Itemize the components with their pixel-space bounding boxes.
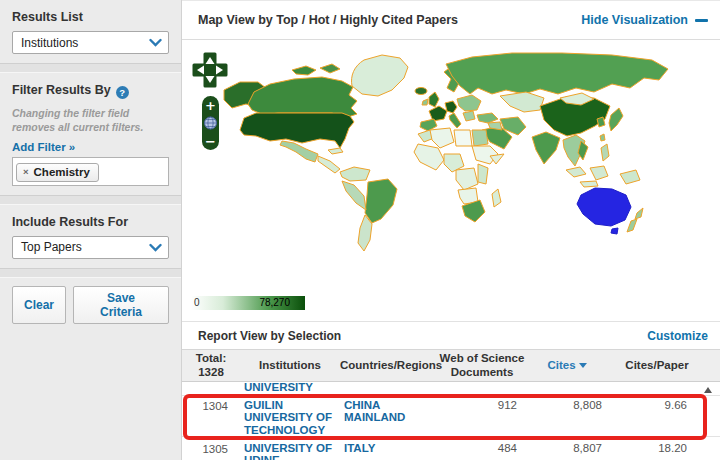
- cites-cell: 8,808: [517, 399, 602, 411]
- legend-max-value: 78,270: [259, 297, 290, 308]
- table-row-1304[interactable]: 1304 GUILIN UNIVERSITY OF TECHNOLOGY CHI…: [182, 396, 720, 437]
- globe-icon[interactable]: [205, 117, 217, 129]
- chevron-down-icon: [149, 38, 162, 47]
- chevron-down-icon: [149, 243, 162, 252]
- sidebar-divider: [0, 63, 181, 73]
- sidebar-divider: [0, 195, 181, 205]
- main-panel: Map View by Top / Hot / Highly Cited Pap…: [182, 0, 720, 460]
- cites-cell: 8,807: [517, 442, 602, 454]
- pan-dpad-icon[interactable]: [194, 54, 226, 86]
- clear-button[interactable]: Clear: [12, 286, 66, 324]
- scrollbar-up-arrow[interactable]: [704, 387, 712, 393]
- sort-descending-icon: [579, 363, 587, 368]
- filter-results-label: Filter Results By?: [0, 73, 181, 106]
- world-choropleth-map[interactable]: [182, 42, 720, 292]
- filter-tag-chemistry[interactable]: × Chemistry: [16, 163, 99, 182]
- save-criteria-button[interactable]: Save Criteria: [73, 286, 169, 324]
- institution-link[interactable]: UNIVERSITY OF UDINE: [244, 442, 336, 460]
- institution-link[interactable]: GUILIN UNIVERSITY OF TECHNOLOGY: [244, 399, 336, 436]
- collapse-minus-icon: [695, 19, 708, 22]
- documents-cell: 484: [436, 442, 517, 454]
- institution-link[interactable]: UNIVERSITY: [244, 382, 336, 395]
- filter-tags-container: × Chemistry: [12, 157, 169, 186]
- documents-cell: 912: [436, 399, 517, 411]
- country-link[interactable]: CHINA MAINLAND: [344, 399, 436, 424]
- report-header: Report View by Selection Customize: [182, 321, 720, 349]
- country-australia-selected[interactable]: [577, 188, 631, 234]
- results-list-dropdown[interactable]: Institutions: [12, 31, 169, 54]
- legend-min-value: 0: [194, 297, 200, 308]
- esi-map-view-page: Results List Institutions Filter Results…: [0, 0, 720, 460]
- map-color-scale: 0 78,270: [191, 296, 305, 310]
- map-area: + − 0 78,270: [182, 40, 720, 321]
- column-cites-per-paper: Cites/Paper: [607, 359, 707, 373]
- remove-filter-icon[interactable]: ×: [23, 166, 29, 177]
- zoom-in-icon: +: [205, 98, 216, 113]
- rank-cell: 1305: [182, 442, 228, 455]
- map-zoom-controls[interactable]: + −: [190, 52, 232, 170]
- cites-per-paper-cell: 9.66: [602, 399, 687, 411]
- hide-visualization-link[interactable]: Hide Visualization: [581, 13, 708, 27]
- country-link[interactable]: ITALY: [344, 442, 436, 454]
- sidebar-divider: [0, 268, 181, 278]
- results-table-header: Total: 1328 Institutions Countries/Regio…: [182, 349, 720, 382]
- sidebar-buttons: Clear Save Criteria: [0, 278, 181, 332]
- filters-sidebar: Results List Institutions Filter Results…: [0, 0, 182, 460]
- include-results-selected: Top Papers: [21, 240, 82, 254]
- table-row-1305[interactable]: 1305 UNIVERSITY OF UDINE ITALY 484 8,807…: [182, 437, 720, 460]
- filter-note: Changing the filter field removes all cu…: [0, 106, 181, 137]
- rank-cell: 1304: [182, 399, 228, 412]
- results-list-selected: Institutions: [21, 36, 78, 50]
- zoom-out-icon: −: [205, 134, 216, 149]
- include-results-dropdown[interactable]: Top Papers: [12, 236, 169, 259]
- column-countries-regions: Countries/Regions: [340, 359, 437, 373]
- cites-per-paper-cell: 18.20: [602, 442, 687, 454]
- column-cites-sortable[interactable]: Cites: [527, 359, 607, 373]
- map-header: Map View by Top / Hot / Highly Cited Pap…: [182, 0, 720, 40]
- column-institutions: Institutions: [240, 359, 340, 373]
- column-wos-documents: Web of Science Documents: [437, 352, 527, 380]
- include-results-label: Include Results For: [0, 205, 181, 236]
- map-view-title: Map View by Top / Hot / Highly Cited Pap…: [198, 13, 458, 27]
- add-filter-link[interactable]: Add Filter »: [0, 138, 87, 157]
- column-total: Total: 1328: [182, 352, 240, 380]
- customize-link[interactable]: Customize: [647, 329, 708, 343]
- zoom-pill[interactable]: + −: [202, 96, 219, 150]
- filter-tag-label: Chemistry: [34, 166, 90, 178]
- table-row-partial[interactable]: UNIVERSITY: [182, 382, 720, 396]
- help-icon[interactable]: ?: [116, 86, 129, 99]
- report-view-title: Report View by Selection: [198, 329, 341, 343]
- results-table-body: UNIVERSITY 1304 GUILIN UNIVERSITY OF TEC…: [182, 382, 720, 459]
- results-list-label: Results List: [0, 0, 181, 31]
